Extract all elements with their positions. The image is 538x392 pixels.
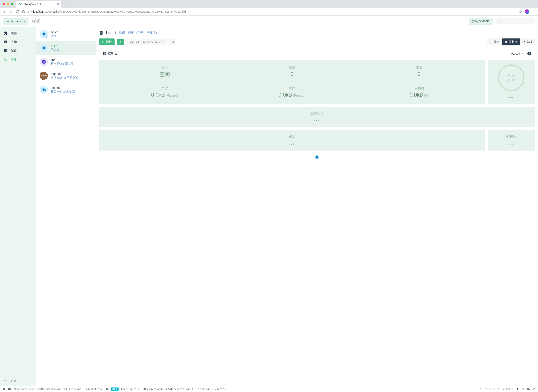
webpack-icon (40, 30, 48, 38)
project-selector[interactable]: scotch-vue (3, 18, 28, 24)
svg-rect-20 (100, 34, 102, 34)
svg-rect-33 (106, 389, 108, 389)
task-item-lint[interactable]: lint 检查并修复源文件 (36, 55, 96, 69)
translate-icon[interactable]: 文A (527, 387, 530, 391)
svg-point-13 (5, 381, 6, 381)
svg-rect-19 (100, 33, 102, 33)
task-item-inspect[interactable]: inspect 检查 webpack 配置 (36, 83, 96, 97)
svg-rect-28 (103, 52, 104, 54)
mocha-icon: MOCHA (40, 72, 48, 80)
more-icon[interactable]: ••• (103, 142, 481, 146)
svg-rect-7 (6, 42, 7, 43)
stat-deps: 依赖项 0.0kB0% (356, 86, 483, 98)
svg-point-12 (4, 381, 5, 381)
nav-more[interactable]: 更多 (0, 376, 36, 386)
browser-menu-icon[interactable] (532, 10, 536, 13)
task-settings-button[interactable] (117, 39, 124, 45)
address-bar: i localhost:8000/tasks/%2FUsers%2Ffeiwen… (0, 8, 538, 16)
task-desc: 运行中 (51, 34, 59, 38)
url-input[interactable]: i localhost:8000/tasks/%2FUsers%2Ffeiwen… (28, 10, 515, 13)
task-item-test-unit[interactable]: MOCHA test:unit 运行 Mocha 单元测试 (36, 69, 96, 83)
svg-text:A: A (529, 389, 529, 390)
content-header: build 编译并压缩（用于生产环境） (99, 30, 535, 36)
view-tab-analyze[interactable]: 分析 (520, 38, 535, 45)
output-icon (490, 41, 493, 44)
tab-close-icon[interactable]: × (57, 2, 59, 6)
run-button[interactable]: 运行 (99, 38, 115, 45)
svg-point-14 (7, 381, 8, 381)
svg-rect-10 (5, 58, 7, 61)
help-icon[interactable]: ? (527, 52, 531, 56)
page-title: 任务 (32, 18, 41, 24)
nav-label: 插件 (11, 32, 17, 35)
nav-deps[interactable]: 依赖 (0, 38, 36, 46)
site-info-icon[interactable]: i (28, 10, 32, 13)
bookmark-star-icon[interactable] (518, 10, 522, 14)
bug-icon[interactable] (521, 387, 524, 391)
log-icon[interactable] (105, 387, 108, 391)
theme-icon[interactable] (516, 387, 519, 391)
project-name: scotch-vue (7, 19, 22, 23)
nav-tasks[interactable]: 任务 (0, 55, 36, 63)
webpack-icon (314, 155, 320, 160)
svg-text:文: 文 (527, 388, 528, 389)
window-close[interactable] (3, 3, 5, 5)
run-label: 运行 (106, 40, 112, 44)
home-icon[interactable] (2, 387, 5, 391)
parsed-selector[interactable]: Parsed (511, 52, 523, 55)
play-icon (102, 41, 104, 43)
more-icon[interactable]: ••• (103, 118, 531, 123)
view-tab-console[interactable]: 控制台 (502, 38, 520, 45)
folder-icon[interactable] (8, 387, 11, 391)
url-path: :8000/tasks/%2FUsers%2Ffeiwen8772%2FDocu… (44, 10, 186, 13)
nav-reload-icon[interactable] (16, 10, 19, 13)
more-icon (4, 379, 8, 383)
svg-rect-25 (505, 42, 506, 43)
refresh-icon[interactable] (533, 387, 536, 391)
svg-rect-17 (101, 31, 102, 32)
window-minimize[interactable] (7, 3, 9, 5)
nav-back-icon[interactable] (2, 10, 6, 14)
nav-forward-icon[interactable] (9, 10, 13, 14)
more-icon[interactable]: ••• (492, 142, 531, 146)
new-tab-button[interactable]: + (63, 2, 67, 6)
view-tab-output[interactable]: 输出 (487, 38, 502, 45)
nav-label: 配置 (11, 49, 17, 53)
svg-rect-4 (4, 41, 5, 42)
command-display: vue-cli-service build (126, 39, 167, 45)
grid-icon (4, 40, 8, 44)
task-desc: 检查 webpack 配置 (51, 90, 75, 93)
svg-rect-22 (490, 41, 492, 43)
webpack-icon (40, 44, 48, 52)
dial-card: ••• (488, 60, 535, 104)
task-name: inspect (51, 86, 75, 89)
task-name: build (51, 44, 59, 48)
task-desc: 运行 Mocha 单元测试 (51, 76, 78, 79)
status-time: 下午5:35:45 (497, 387, 513, 391)
clipboard-icon (99, 30, 103, 35)
task-name: lint (51, 58, 74, 62)
console-header: 控制台 Parsed ? (99, 50, 535, 57)
task-item-build[interactable]: build 已完成 (36, 41, 96, 55)
more-icon[interactable]: ••• (508, 95, 514, 100)
window-controls (2, 3, 15, 5)
nav-label: 依赖 (11, 40, 17, 44)
nav-config[interactable]: 配置 (0, 46, 36, 55)
external-link-icon (171, 41, 174, 44)
status-path: /Users/feiwen8772/Documents/Vue CLI test… (14, 387, 103, 391)
speed-stats-card: 速度统计 ••• (99, 107, 535, 127)
svg-rect-23 (505, 41, 506, 42)
nav-home-icon[interactable] (22, 10, 25, 13)
profile-avatar[interactable] (525, 9, 529, 14)
install-devtools-button[interactable]: 安装 devtools (469, 18, 493, 25)
eslint-icon (40, 58, 48, 66)
browser-tab[interactable]: [Beta] Vue CLI × (16, 1, 61, 8)
search-input[interactable] (496, 19, 535, 24)
nav-plugins[interactable]: 插件 (0, 29, 36, 38)
svg-rect-32 (106, 388, 108, 390)
task-item-serve[interactable]: serve 运行中 (36, 27, 96, 41)
resources-card: 资源 ••• (99, 130, 485, 151)
window-maximize[interactable] (11, 3, 14, 5)
console-label: 控制台 (108, 51, 117, 56)
open-external-button[interactable] (169, 39, 176, 45)
